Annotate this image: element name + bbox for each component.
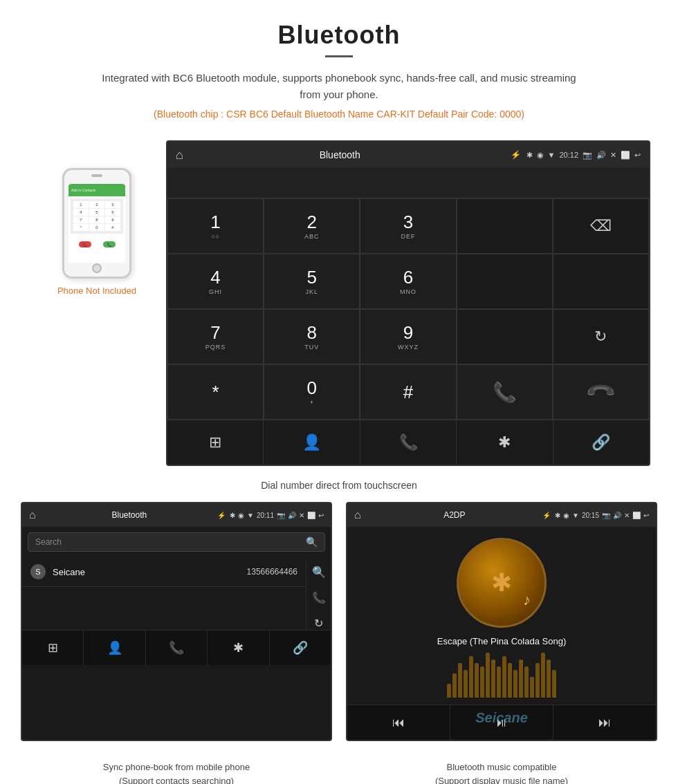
music-cam-icon: 📷 (602, 512, 610, 519)
dial-nav-keypad[interactable]: ⊞ (167, 420, 264, 465)
phonebook-status-icons: ✱ ◉ ▼ 20:11 📷 🔊 ✕ ⬜ ↩ (230, 512, 324, 519)
phonebook-win-icon[interactable]: ⬜ (307, 512, 315, 519)
phonebook-close-icon[interactable]: ✕ (299, 512, 304, 519)
music-vol-icon: 🔊 (613, 512, 621, 519)
eq-bar (552, 670, 556, 698)
phonebook-search-bar[interactable]: Search 🔍 (28, 532, 325, 552)
phone-key: 8 (89, 216, 104, 223)
key-3[interactable]: 3 DEF (360, 198, 456, 254)
pb-nav-calls[interactable]: 📞 (146, 631, 208, 665)
phonebook-caption-line1: Sync phone-book from mobile phone (103, 762, 250, 772)
search-placeholder: Search (35, 537, 306, 547)
phone-key: 0 (89, 224, 104, 231)
contact-name: Seicane (53, 567, 247, 577)
phone-key: 6 (105, 209, 120, 216)
key-1[interactable]: 1 ○○ (167, 198, 264, 254)
key-2[interactable]: 2 ABC (264, 198, 360, 254)
page-title: Bluetooth (14, 21, 664, 50)
phonebook-vol-icon: 🔊 (288, 512, 296, 519)
eq-bar (513, 670, 517, 698)
key-0[interactable]: 0 + (264, 364, 360, 420)
eq-bar (464, 670, 468, 698)
key-call[interactable]: 📞 (457, 364, 553, 420)
key-backspace[interactable]: ⌫ (553, 198, 649, 254)
music-back-icon[interactable]: ↩ (643, 512, 649, 519)
dial-nav-link[interactable]: 🔗 (553, 420, 649, 465)
time-display: 20:12 (559, 151, 578, 159)
dial-nav-bluetooth[interactable]: ✱ (457, 420, 553, 465)
phone-screen: Add to Contacts 1 2 3 4 5 6 7 8 9 * 0 (68, 184, 125, 263)
phone-side: Add to Contacts 1 2 3 4 5 6 7 8 9 * 0 (28, 140, 166, 296)
phonebook-caption: Sync phone-book from mobile phone (Suppo… (21, 755, 332, 784)
music-content: ✱ ♪ Escape (The Pina Colada Song) (347, 527, 656, 704)
phone-not-included-label: Phone Not Included (57, 286, 136, 296)
phone-key: 2 (89, 201, 104, 208)
phone-key: 4 (73, 209, 89, 216)
pb-nav-bluetooth[interactable]: ✱ (208, 631, 269, 665)
phone-key: * (73, 224, 89, 231)
eq-bar (480, 666, 484, 698)
music-home-icon[interactable]: ⌂ (354, 509, 361, 521)
camera-icon: 📷 (583, 151, 592, 160)
contact-number: 13566664466 (247, 567, 297, 577)
key-end-call[interactable]: 📞 (553, 364, 649, 420)
music-win-icon[interactable]: ⬜ (632, 512, 641, 519)
location-icon: ◉ (537, 151, 544, 160)
phonebook-home-icon[interactable]: ⌂ (29, 509, 36, 521)
dial-nav-contacts[interactable]: 👤 (264, 420, 360, 465)
dial-nav-calls[interactable]: 📞 (360, 420, 457, 465)
phone-key: # (105, 224, 120, 231)
key-9[interactable]: 9 WXYZ (360, 309, 456, 364)
music-sig-icon: ▼ (572, 512, 579, 519)
close-icon[interactable]: ✕ (610, 151, 616, 160)
key-empty-2 (457, 254, 553, 309)
phonebook-time: 20:11 (257, 512, 274, 519)
music-play-pause[interactable]: ⏯ (450, 705, 553, 740)
phonebook-panel: ⌂ Bluetooth ⚡ ✱ ◉ ▼ 20:11 📷 🔊 ✕ ⬜ ↩ Sear… (21, 502, 332, 741)
eq-bar (530, 677, 534, 698)
music-caption-line1: Bluetooth music compatible (447, 762, 557, 772)
eq-bar (458, 663, 462, 698)
key-8[interactable]: 8 TUV (264, 309, 360, 364)
key-redial[interactable]: ↻ (553, 309, 649, 364)
phonebook-bottom-bar: ⊞ 👤 📞 ✱ 🔗 (22, 630, 331, 665)
phonebook-bt-icon: ✱ (230, 512, 235, 519)
key-4[interactable]: 4 GHI (167, 254, 264, 309)
home-icon[interactable]: ⌂ (176, 148, 183, 162)
key-star[interactable]: * (167, 364, 264, 420)
phonebook-back-icon[interactable]: ↩ (318, 512, 324, 519)
contact-item[interactable]: S Seicane 13566664466 (22, 557, 306, 587)
music-next[interactable]: ⏭ (553, 705, 656, 740)
key-6[interactable]: 6 MNO (360, 254, 456, 309)
phone-key: 9 (105, 216, 120, 223)
dial-bottom-bar: ⊞ 👤 📞 ✱ 🔗 (167, 420, 649, 465)
eq-bar (475, 663, 479, 698)
music-close-icon[interactable]: ✕ (624, 512, 630, 519)
eq-bar (491, 660, 495, 698)
eq-bar (541, 653, 545, 698)
phonebook-loc-icon: ◉ (238, 512, 244, 519)
eq-bar (547, 660, 551, 698)
volume-icon: 🔊 (596, 151, 606, 160)
phone-icon-side[interactable]: 📞 (312, 591, 326, 604)
music-prev[interactable]: ⏮ (347, 705, 450, 740)
search-icon-side[interactable]: 🔍 (312, 566, 326, 579)
music-title: A2DP (367, 510, 542, 520)
key-hash[interactable]: # (360, 364, 456, 420)
pb-nav-link[interactable]: 🔗 (270, 631, 331, 665)
dial-caption: Dial number direct from touchscreen (0, 473, 678, 502)
phonebook-title: Bluetooth (42, 510, 217, 520)
phonebook-area: S Seicane 13566664466 🔍 📞 ↻ (22, 557, 331, 630)
window-icon[interactable]: ⬜ (621, 151, 630, 160)
pb-nav-keypad[interactable]: ⊞ (22, 631, 84, 665)
music-caption-text: Bluetooth music compatible (Support disp… (346, 755, 657, 784)
contact-avatar: S (30, 564, 46, 579)
signal-icon: ▼ (548, 151, 556, 159)
description: Integrated with BC6 Bluetooth module, su… (97, 70, 581, 103)
phone-image: Add to Contacts 1 2 3 4 5 6 7 8 9 * 0 (62, 168, 131, 279)
pb-nav-contacts[interactable]: 👤 (84, 631, 145, 665)
back-icon[interactable]: ↩ (634, 151, 641, 160)
refresh-icon-side[interactable]: ↻ (314, 617, 323, 630)
key-5[interactable]: 5 JKL (264, 254, 360, 309)
key-7[interactable]: 7 PQRS (167, 309, 264, 364)
